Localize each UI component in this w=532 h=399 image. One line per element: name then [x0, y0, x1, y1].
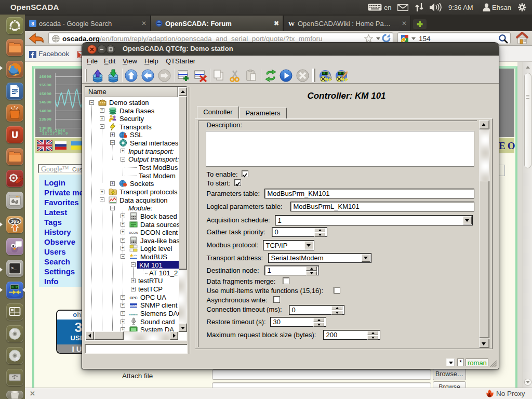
svg-text:88:8: 88:8 — [339, 72, 344, 75]
svg-text:SIEMENS: SIEMENS — [129, 313, 138, 316]
svg-text:365: 365 — [11, 218, 20, 224]
svg-text:SNMP: SNMP — [129, 304, 138, 308]
svg-text:88:8: 88:8 — [323, 72, 328, 75]
svg-text:W: W — [288, 20, 295, 27]
svg-text:10.95: 10.95 — [10, 286, 19, 289]
svg-text:DCON: DCON — [129, 231, 138, 234]
svg-text:8: 8 — [31, 20, 34, 26]
svg-text:>_: >_ — [11, 266, 17, 271]
svg-text:OPC: OPC — [129, 296, 137, 300]
